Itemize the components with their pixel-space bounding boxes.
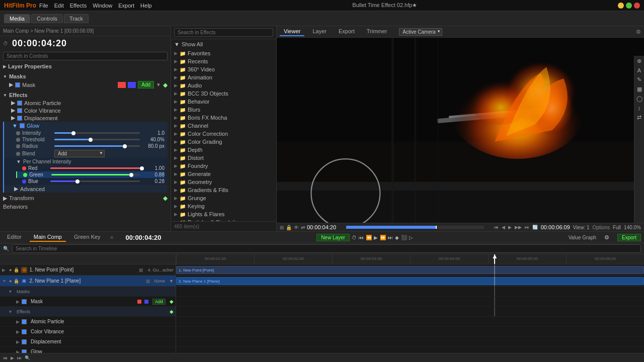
tab-track[interactable]: Track bbox=[64, 14, 89, 23]
track-2-clip[interactable]: 2. New Plane 1 [Plane] bbox=[176, 277, 644, 285]
effects-header[interactable]: ▼ Effects bbox=[3, 91, 168, 99]
tab-editor[interactable]: Editor bbox=[3, 233, 26, 242]
view-options-button[interactable]: Options bbox=[592, 225, 609, 230]
glow-checkbox[interactable] bbox=[20, 123, 25, 128]
cat-recents[interactable]: ▶ 📁 Recents bbox=[171, 57, 276, 65]
masks-expand-icon[interactable]: ▼ bbox=[8, 289, 13, 294]
per-channel-header[interactable]: ▼ Per Channel Intensity bbox=[16, 158, 165, 165]
green-slider[interactable] bbox=[51, 174, 140, 175]
cat-depth[interactable]: ▶ 📁 Depth bbox=[171, 146, 276, 154]
displ-expand-icon[interactable]: ▶ bbox=[16, 339, 20, 344]
viewer-icon-4[interactable]: ⇄ bbox=[301, 225, 305, 230]
cat-blurs[interactable]: ▶ 📁 Blurs bbox=[171, 106, 276, 114]
loop-icon[interactable]: 🔄 bbox=[532, 225, 538, 230]
timeline-settings-icon[interactable]: ⚙ bbox=[604, 234, 609, 241]
mask-add-button[interactable]: Add bbox=[152, 299, 166, 305]
color-vib-expand-icon[interactable]: ▶ bbox=[16, 329, 20, 334]
tab-media[interactable]: Media bbox=[4, 14, 30, 23]
viewer-tool-1-icon[interactable]: ⊕ bbox=[637, 58, 641, 64]
close-button[interactable] bbox=[634, 3, 640, 9]
mask-add-button[interactable]: Add bbox=[138, 81, 154, 88]
track-1-clip[interactable]: 1. New Point [Point] bbox=[176, 266, 644, 274]
behaviors-row[interactable]: Behaviors bbox=[0, 203, 171, 211]
track-2-row[interactable]: ▼ ● 🔒 ▦ 2. New Plane 1 [Plane] ▦ None ▼ bbox=[0, 276, 176, 287]
glow-expand-icon[interactable]: ▶ bbox=[16, 349, 20, 353]
color-vibrance-checkbox[interactable] bbox=[17, 108, 22, 113]
cat-color-correction[interactable]: ▶ 📁 Color Correction bbox=[171, 130, 276, 138]
viewer-tool-6-icon[interactable]: ↕ bbox=[638, 105, 641, 111]
red-slider[interactable] bbox=[50, 167, 140, 169]
show-all-item[interactable]: ▼ Show All bbox=[171, 39, 276, 49]
timeline-bottom-icon-3[interactable]: ⏭ bbox=[17, 355, 22, 360]
track-2-vis-icon[interactable]: ● bbox=[9, 279, 12, 284]
menu-window[interactable]: Window bbox=[93, 3, 112, 9]
threshold-slider[interactable] bbox=[54, 139, 140, 140]
track-2-expand-icon[interactable]: ▼ bbox=[2, 279, 7, 284]
mask-checkbox[interactable] bbox=[15, 82, 20, 87]
mask-sub-expand-icon[interactable]: ▶ bbox=[16, 299, 20, 304]
masks-header[interactable]: ▼ Masks bbox=[3, 72, 168, 80]
atomic-expand-icon[interactable]: ▶ bbox=[16, 319, 20, 324]
effects-sub-header[interactable]: ▼ Effects ◆ bbox=[0, 307, 176, 317]
displacement-checkbox[interactable] bbox=[17, 116, 22, 121]
cat-generate[interactable]: ▶ 📁 Generate bbox=[171, 170, 276, 178]
glow-sub-row[interactable]: ▶ Glow bbox=[0, 347, 176, 353]
mask-sub-checkbox[interactable] bbox=[22, 299, 27, 304]
transport-prev-icon[interactable]: ⏪ bbox=[366, 235, 372, 240]
cat-animation[interactable]: ▶ 📁 Animation bbox=[171, 73, 276, 81]
transform-row[interactable]: ▶ Transform ◆ bbox=[0, 194, 171, 203]
transport-next-icon[interactable]: ⏩ bbox=[380, 235, 386, 240]
track-2-blend-arrow-icon[interactable]: ▼ bbox=[169, 279, 174, 284]
timeline-scrubber[interactable] bbox=[344, 226, 486, 229]
tab-export[interactable]: Export bbox=[335, 27, 359, 36]
viewer-icon-1[interactable]: ⊞ bbox=[280, 225, 284, 230]
menu-export[interactable]: Export bbox=[118, 3, 134, 9]
effects-search-input[interactable] bbox=[174, 28, 273, 37]
viewer-icon-2[interactable]: 🔒 bbox=[286, 225, 292, 230]
track-1-vis-icon[interactable]: ● bbox=[9, 267, 12, 273]
menu-file[interactable]: File bbox=[39, 3, 48, 9]
cat-boris[interactable]: ▶ 📁 Boris FX Mocha bbox=[171, 114, 276, 122]
color-vibrance-sub-row[interactable]: ▶ Color Vibrance bbox=[0, 327, 176, 337]
tab-trimmer[interactable]: Trimmer bbox=[363, 27, 391, 36]
transport-end-icon[interactable]: ⏭ bbox=[388, 235, 393, 240]
viewer-icon-3[interactable]: 👁 bbox=[294, 225, 299, 230]
atomic-particle-sub-row[interactable]: ▶ Atomic Particle bbox=[0, 317, 176, 327]
window-controls[interactable] bbox=[618, 3, 640, 9]
viewer-tool-arrows-icon[interactable]: ⇄ bbox=[637, 114, 641, 121]
glow-header[interactable]: ▼ Glow bbox=[4, 122, 168, 130]
track-1-lock-icon[interactable]: 🔒 bbox=[14, 267, 19, 273]
cat-geometry[interactable]: ▶ 📁 Geometry bbox=[171, 178, 276, 186]
cat-foundry[interactable]: ▶ 📁 Foundry bbox=[171, 162, 276, 170]
viewer-tool-4-icon[interactable]: ▦ bbox=[637, 86, 642, 93]
intensity-slider[interactable] bbox=[54, 132, 140, 134]
cat-color-grading[interactable]: ▶ 📁 Color Grading bbox=[171, 138, 276, 146]
controls-search[interactable] bbox=[0, 51, 171, 61]
cat-keying[interactable]: ▶ 📁 Keying bbox=[171, 202, 276, 210]
cat-gradients[interactable]: ▶ 📁 Gradients & Fills bbox=[171, 186, 276, 194]
transport-play-icon[interactable]: ▶ bbox=[374, 235, 378, 240]
tab-layer[interactable]: Layer bbox=[308, 27, 331, 36]
viewer-tool-5-icon[interactable]: ◯ bbox=[636, 96, 642, 102]
mask-item[interactable]: ▶ Mask Add ▼ ◆ bbox=[3, 80, 168, 89]
skip-end-icon[interactable]: ⏭ bbox=[525, 225, 529, 230]
tab-main-comp[interactable]: Main Comp bbox=[30, 233, 66, 242]
cat-grunge[interactable]: ▶ 📁 Grunge bbox=[171, 194, 276, 202]
track-1-row[interactable]: ▶ ● 🔒 ◎ 1. New Point [Point] ▦ 4. Gu...a… bbox=[0, 264, 176, 276]
displacement-item[interactable]: ▶ Displacement bbox=[3, 114, 168, 122]
scrubber-cursor[interactable] bbox=[436, 226, 437, 229]
mask-sub-row[interactable]: ▶ Mask Add ◆ bbox=[0, 297, 176, 307]
edit-marker-icon[interactable]: ▷ bbox=[409, 235, 413, 240]
cat-lights[interactable]: ▶ 📁 Lights & Flares bbox=[171, 210, 276, 218]
tab-green-key[interactable]: Green Key bbox=[70, 233, 105, 242]
masks-sub-header[interactable]: ▼ Masks bbox=[0, 287, 176, 297]
tab-viewer[interactable]: Viewer bbox=[280, 27, 304, 36]
maximize-button[interactable] bbox=[626, 3, 632, 9]
color-vibrance-item[interactable]: ▶ Color Vibrance bbox=[3, 107, 168, 114]
layer-properties-header[interactable]: ▶ Layer Properties bbox=[3, 62, 168, 70]
glow-sub-checkbox[interactable] bbox=[22, 349, 27, 353]
menu-bar[interactable]: File Edit Effects Window Export Help bbox=[39, 3, 152, 9]
displ-sub-checkbox[interactable] bbox=[22, 339, 27, 344]
viewer-tool-3-icon[interactable]: ✎ bbox=[637, 76, 641, 83]
new-layer-button[interactable]: New Layer bbox=[316, 234, 350, 241]
